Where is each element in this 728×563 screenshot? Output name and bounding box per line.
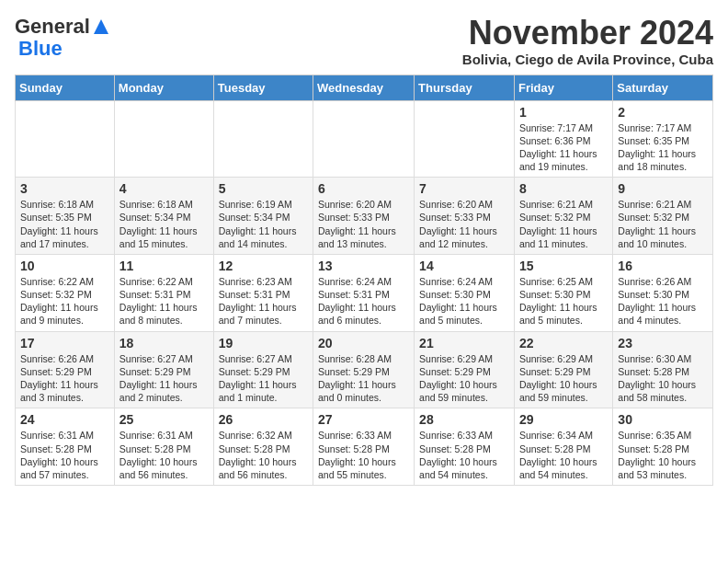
day-info: Sunrise: 6:35 AMSunset: 5:28 PMDaylight:… [618, 429, 708, 481]
day-number: 30 [618, 412, 708, 427]
calendar-cell-w1d6: 9Sunrise: 6:21 AMSunset: 5:32 PMDaylight… [613, 178, 713, 255]
calendar-week-3: 17Sunrise: 6:26 AMSunset: 5:29 PMDayligh… [16, 331, 713, 408]
calendar-cell-w3d2: 19Sunrise: 6:27 AMSunset: 5:29 PMDayligh… [213, 331, 313, 408]
day-info: Sunrise: 6:31 AMSunset: 5:28 PMDaylight:… [20, 429, 109, 481]
logo-blue-text: Blue [18, 37, 63, 60]
calendar-cell-w2d1: 11Sunrise: 6:22 AMSunset: 5:31 PMDayligh… [114, 254, 213, 331]
calendar-week-4: 24Sunrise: 6:31 AMSunset: 5:28 PMDayligh… [16, 408, 713, 486]
day-number: 3 [20, 181, 109, 196]
day-number: 27 [318, 412, 409, 427]
calendar-cell-w1d5: 8Sunrise: 6:21 AMSunset: 5:32 PMDaylight… [514, 178, 612, 255]
day-number: 9 [618, 181, 708, 196]
svg-marker-0 [94, 19, 108, 34]
day-info: Sunrise: 6:29 AMSunset: 5:29 PMDaylight:… [519, 352, 608, 405]
calendar-header-thursday: Thursday [415, 75, 515, 100]
day-number: 6 [318, 181, 409, 196]
day-info: Sunrise: 6:30 AMSunset: 5:28 PMDaylight:… [618, 352, 708, 405]
day-info: Sunrise: 6:31 AMSunset: 5:28 PMDaylight:… [119, 429, 209, 481]
calendar-cell-w2d5: 15Sunrise: 6:25 AMSunset: 5:30 PMDayligh… [514, 254, 612, 331]
day-number: 26 [219, 412, 308, 427]
calendar-cell-w0d1 [114, 100, 213, 178]
calendar-cell-w2d0: 10Sunrise: 6:22 AMSunset: 5:32 PMDayligh… [16, 254, 115, 331]
calendar-cell-w4d6: 30Sunrise: 6:35 AMSunset: 5:28 PMDayligh… [613, 408, 713, 486]
day-number: 21 [419, 336, 509, 350]
calendar-cell-w4d4: 28Sunrise: 6:33 AMSunset: 5:28 PMDayligh… [415, 408, 515, 486]
calendar-cell-w4d3: 27Sunrise: 6:33 AMSunset: 5:28 PMDayligh… [313, 408, 415, 486]
day-info: Sunrise: 6:27 AMSunset: 5:29 PMDaylight:… [219, 352, 308, 405]
month-title: November 2024 [462, 15, 713, 52]
day-info: Sunrise: 6:18 AMSunset: 5:35 PMDaylight:… [20, 198, 109, 250]
calendar-cell-w2d3: 13Sunrise: 6:24 AMSunset: 5:31 PMDayligh… [313, 254, 415, 331]
calendar-week-2: 10Sunrise: 6:22 AMSunset: 5:32 PMDayligh… [16, 254, 713, 331]
day-info: Sunrise: 6:24 AMSunset: 5:31 PMDaylight:… [318, 275, 409, 327]
day-info: Sunrise: 6:22 AMSunset: 5:31 PMDaylight:… [119, 275, 209, 327]
calendar-cell-w1d3: 6Sunrise: 6:20 AMSunset: 5:33 PMDaylight… [313, 178, 415, 255]
calendar-table: SundayMondayTuesdayWednesdayThursdayFrid… [15, 75, 713, 486]
day-number: 2 [618, 105, 708, 120]
day-info: Sunrise: 6:20 AMSunset: 5:33 PMDaylight:… [318, 198, 409, 250]
day-info: Sunrise: 6:26 AMSunset: 5:29 PMDaylight:… [20, 352, 109, 405]
day-info: Sunrise: 6:29 AMSunset: 5:29 PMDaylight:… [419, 352, 509, 405]
calendar-cell-w3d0: 17Sunrise: 6:26 AMSunset: 5:29 PMDayligh… [16, 331, 115, 408]
day-number: 17 [20, 336, 109, 350]
day-number: 11 [119, 259, 209, 273]
day-info: Sunrise: 6:22 AMSunset: 5:32 PMDaylight:… [20, 275, 109, 327]
day-number: 12 [219, 259, 308, 273]
day-number: 5 [219, 181, 308, 196]
day-info: Sunrise: 6:28 AMSunset: 5:29 PMDaylight:… [318, 352, 409, 405]
calendar-cell-w1d2: 5Sunrise: 6:19 AMSunset: 5:34 PMDaylight… [213, 178, 313, 255]
day-info: Sunrise: 6:18 AMSunset: 5:34 PMDaylight:… [119, 198, 209, 250]
calendar-cell-w0d4 [415, 100, 515, 178]
day-number: 7 [419, 181, 509, 196]
day-info: Sunrise: 6:24 AMSunset: 5:30 PMDaylight:… [419, 275, 509, 327]
day-info: Sunrise: 6:27 AMSunset: 5:29 PMDaylight:… [119, 352, 209, 405]
calendar-cell-w2d4: 14Sunrise: 6:24 AMSunset: 5:30 PMDayligh… [415, 254, 515, 331]
calendar-cell-w1d4: 7Sunrise: 6:20 AMSunset: 5:33 PMDaylight… [415, 178, 515, 255]
day-number: 4 [119, 181, 209, 196]
calendar-cell-w4d5: 29Sunrise: 6:34 AMSunset: 5:28 PMDayligh… [514, 408, 612, 486]
calendar-cell-w3d6: 23Sunrise: 6:30 AMSunset: 5:28 PMDayligh… [613, 331, 713, 408]
calendar-cell-w4d0: 24Sunrise: 6:31 AMSunset: 5:28 PMDayligh… [16, 408, 115, 486]
calendar-header-row: SundayMondayTuesdayWednesdayThursdayFrid… [16, 75, 713, 100]
day-number: 10 [20, 259, 109, 273]
calendar-cell-w2d6: 16Sunrise: 6:26 AMSunset: 5:30 PMDayligh… [613, 254, 713, 331]
day-number: 22 [519, 336, 608, 350]
day-number: 14 [419, 259, 509, 273]
day-info: Sunrise: 6:23 AMSunset: 5:31 PMDaylight:… [219, 275, 308, 327]
day-info: Sunrise: 6:26 AMSunset: 5:30 PMDaylight:… [618, 275, 708, 327]
day-number: 20 [318, 336, 409, 350]
day-info: Sunrise: 6:21 AMSunset: 5:32 PMDaylight:… [519, 198, 608, 250]
day-info: Sunrise: 6:33 AMSunset: 5:28 PMDaylight:… [419, 429, 509, 481]
day-info: Sunrise: 6:21 AMSunset: 5:32 PMDaylight:… [618, 198, 708, 250]
day-number: 29 [519, 412, 608, 427]
calendar-cell-w1d1: 4Sunrise: 6:18 AMSunset: 5:34 PMDaylight… [114, 178, 213, 255]
day-number: 15 [519, 259, 608, 273]
calendar-cell-w0d6: 2Sunrise: 7:17 AMSunset: 6:35 PMDaylight… [613, 100, 713, 178]
calendar-cell-w0d3 [313, 100, 415, 178]
calendar-cell-w0d0 [16, 100, 115, 178]
logo-general-text: General [15, 15, 90, 39]
calendar-week-0: 1Sunrise: 7:17 AMSunset: 6:36 PMDaylight… [16, 100, 713, 178]
day-number: 23 [618, 336, 708, 350]
day-info: Sunrise: 6:20 AMSunset: 5:33 PMDaylight:… [419, 198, 509, 250]
calendar-cell-w1d0: 3Sunrise: 6:18 AMSunset: 5:35 PMDaylight… [16, 178, 115, 255]
calendar-header-saturday: Saturday [613, 75, 713, 100]
calendar-cell-w4d2: 26Sunrise: 6:32 AMSunset: 5:28 PMDayligh… [213, 408, 313, 486]
calendar-cell-w2d2: 12Sunrise: 6:23 AMSunset: 5:31 PMDayligh… [213, 254, 313, 331]
day-number: 24 [20, 412, 109, 427]
calendar-cell-w3d3: 20Sunrise: 6:28 AMSunset: 5:29 PMDayligh… [313, 331, 415, 408]
day-number: 1 [519, 105, 608, 120]
day-number: 13 [318, 259, 409, 273]
day-number: 16 [618, 259, 708, 273]
day-number: 8 [519, 181, 608, 196]
calendar-header-wednesday: Wednesday [313, 75, 415, 100]
day-info: Sunrise: 7:17 AMSunset: 6:35 PMDaylight:… [618, 121, 708, 174]
calendar-header-tuesday: Tuesday [213, 75, 313, 100]
day-number: 18 [119, 336, 209, 350]
calendar-cell-w0d2 [213, 100, 313, 178]
day-number: 28 [419, 412, 509, 427]
calendar-cell-w3d4: 21Sunrise: 6:29 AMSunset: 5:29 PMDayligh… [415, 331, 515, 408]
day-info: Sunrise: 6:19 AMSunset: 5:34 PMDaylight:… [219, 198, 308, 250]
day-info: Sunrise: 6:33 AMSunset: 5:28 PMDaylight:… [318, 429, 409, 481]
calendar-cell-w3d5: 22Sunrise: 6:29 AMSunset: 5:29 PMDayligh… [514, 331, 612, 408]
